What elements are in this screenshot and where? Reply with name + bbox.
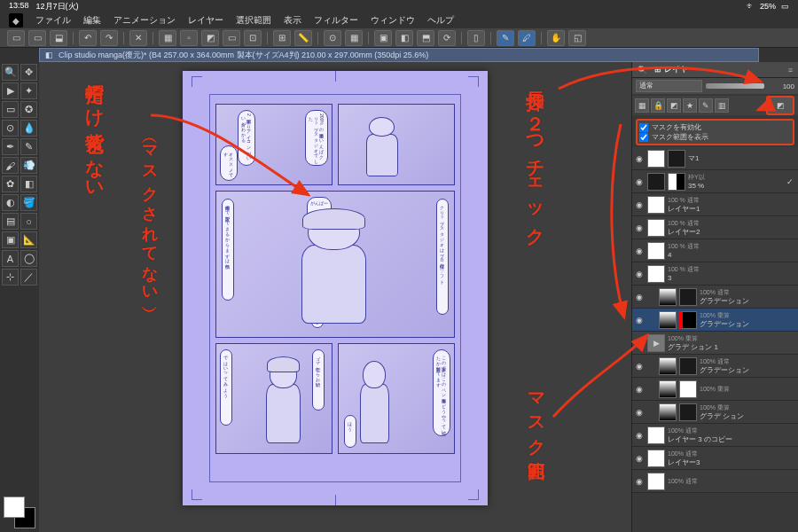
layer-name[interactable]: マ1 [688, 154, 796, 163]
tool-shape-icon[interactable]: ○ [20, 213, 37, 230]
layer-thumbnail[interactable] [659, 288, 677, 306]
visibility-icon[interactable]: ◉ [634, 407, 645, 418]
menu-animation[interactable]: アニメーション [113, 14, 176, 27]
tool-eraser-icon[interactable]: ◧ [20, 176, 37, 192]
open-file-button[interactable]: ▭ [28, 30, 46, 46]
invert-select-button[interactable]: ◩ [201, 30, 219, 46]
visibility-icon[interactable]: ◉ [634, 430, 645, 441]
visibility-icon[interactable]: ◉ [634, 361, 645, 372]
layer-thumbnail[interactable] [659, 311, 677, 329]
layer-thumbnail[interactable] [647, 426, 665, 444]
tool-text-icon[interactable]: A [2, 250, 19, 267]
layer-item[interactable]: ◉ 100% 通常 レイヤー 3 のコピー [632, 424, 798, 447]
deselect-button[interactable]: ▫ [180, 30, 198, 46]
lock-pixels-icon[interactable]: 🔒 [651, 98, 665, 113]
smartphone-button[interactable]: ▯ [467, 30, 485, 46]
visibility-icon[interactable]: ◉ [634, 223, 645, 233]
delete-button[interactable]: ✕ [129, 30, 147, 46]
zoom-fit-button[interactable]: ⊞ [273, 30, 291, 46]
new-file-button[interactable]: ▭ [7, 30, 25, 46]
tool-pencil-icon[interactable]: ✎ [20, 138, 37, 155]
layer-item[interactable]: ◉ 100 % 通常 3 [632, 262, 798, 286]
visibility-icon[interactable]: ◉ [634, 384, 645, 395]
layer-thumbnail[interactable] [647, 450, 665, 467]
layer-thumbnail[interactable] [647, 265, 665, 283]
select-all-button[interactable]: ▦ [159, 30, 176, 46]
tab-layers[interactable]: ⊞ レイヤー [654, 64, 696, 75]
tool-pen-icon[interactable]: ✒ [2, 138, 19, 155]
visibility-icon[interactable]: ◉ [634, 292, 645, 302]
layer-item[interactable]: ◉ 100 % 通常 レイヤー1 [632, 193, 798, 216]
layer-thumbnail[interactable] [647, 196, 665, 214]
flip-v-button[interactable]: ⬒ [417, 30, 434, 46]
draft-icon[interactable]: ✎ [699, 98, 713, 113]
tab-search-icon[interactable]: 🔍 [638, 66, 647, 74]
tool-operation-icon[interactable]: ▶ [2, 82, 19, 99]
layer-item[interactable]: ◉ 100% 通常 [632, 470, 798, 493]
layer-item[interactable]: ◉ マ1 [632, 147, 798, 170]
layer-item[interactable]: ◉ 100% 通常 グラデーション [632, 286, 798, 309]
menu-selection[interactable]: 選択範囲 [236, 14, 271, 27]
mask-enable-checkbox[interactable] [639, 123, 648, 132]
menu-help[interactable]: ヘルプ [427, 14, 454, 27]
layer-name[interactable]: グラデーション [700, 320, 796, 329]
tool-zoom-icon[interactable]: 🔍 [2, 64, 19, 81]
layer-item[interactable]: ◉ 100% 通常 レイヤー3 [632, 447, 798, 470]
layer-name[interactable]: グラデ ション [700, 412, 796, 421]
tool-airbrush-icon[interactable]: 💨 [20, 157, 37, 174]
layer-name[interactable]: レイヤー 3 のコピー [668, 435, 796, 444]
menu-view[interactable]: 表示 [284, 14, 301, 27]
layer-mask-thumbnail[interactable] [679, 380, 697, 398]
visibility-icon[interactable]: ◉ [634, 315, 645, 325]
layer-thumbnail[interactable] [659, 357, 677, 375]
layer-name[interactable]: 35 % [688, 182, 784, 191]
layer-name[interactable]: グラデーション [700, 366, 796, 375]
tab-menu-icon[interactable]: ≡ [788, 66, 793, 74]
reference-icon[interactable]: ★ [683, 98, 697, 113]
snap-button[interactable]: ⊙ [324, 30, 341, 46]
layer-color-icon[interactable]: ▥ [715, 98, 729, 113]
visibility-icon[interactable]: ◉ [634, 453, 645, 464]
tool-brush-icon[interactable]: 🖌 [2, 157, 19, 174]
layer-thumbnail[interactable] [659, 403, 677, 421]
sidebar-toggle-icon[interactable]: ◧ [45, 51, 53, 59]
show-border-button[interactable]: ▭ [223, 30, 240, 46]
transform-button[interactable]: ▣ [374, 30, 392, 46]
tool-balloon-icon[interactable]: ◯ [20, 250, 37, 267]
layer-list[interactable]: ◉ マ1 ◉ 枠Y以 35 % ✓◉ 100 % 通常 レイヤー1 ◉ 100 … [632, 147, 798, 532]
tool-wand-icon[interactable]: ✪ [20, 101, 37, 118]
app-logo-icon[interactable]: ◆ [9, 13, 23, 27]
tool-lasso-icon[interactable]: ⊙ [2, 120, 19, 137]
canvas-page[interactable]: 200%の漫画といえばクリップスタジオでした 2手間よりアイコンがいい方がわかる… [183, 71, 488, 505]
opacity-value[interactable]: 100 [768, 82, 794, 90]
layer-name[interactable]: 3 [668, 274, 796, 283]
layer-item[interactable]: ◉ 100% 乗算 [632, 378, 798, 401]
layer-mask-thumbnail[interactable] [668, 150, 685, 168]
tool-layermove-icon[interactable]: ✦ [20, 82, 37, 99]
layer-thumbnail[interactable] [647, 242, 665, 260]
hand-button[interactable]: ✋ [547, 30, 565, 46]
tool-deco-icon[interactable]: ✿ [2, 176, 19, 192]
fg-color-swatch[interactable] [4, 497, 25, 518]
layer-item[interactable]: ◉ 100% 通常 グラデーション [632, 355, 798, 378]
tool-line-icon[interactable]: ／ [20, 269, 37, 286]
layer-item[interactable]: ◉ 100 % 通常 レイヤー2 [632, 216, 798, 239]
tool-eyedrop-icon[interactable]: 💧 [20, 120, 37, 137]
visibility-icon[interactable]: ◉ [634, 246, 645, 256]
crop-button[interactable]: ⊡ [244, 30, 262, 46]
visibility-icon[interactable]: ◉ [634, 269, 645, 279]
tool-marquee-icon[interactable]: ▭ [2, 101, 19, 118]
grid-button[interactable]: ▦ [345, 30, 363, 46]
flip-h-button[interactable]: ◧ [395, 30, 413, 46]
layer-item[interactable]: ◉ 枠Y以 35 % ✓ [632, 170, 798, 193]
menu-edit[interactable]: 編集 [83, 14, 101, 27]
menu-filter[interactable]: フィルター [314, 14, 358, 27]
layer-mask-thumbnail[interactable] [668, 173, 685, 191]
tool-fill-icon[interactable]: 🪣 [20, 194, 37, 211]
mask-show-checkbox[interactable] [639, 133, 648, 142]
layer-thumbnail[interactable] [647, 219, 665, 237]
canvas-area[interactable]: 200%の漫画といえばクリップスタジオでした 2手間よりアイコンがいい方がわかる… [39, 62, 631, 532]
tool-move-icon[interactable]: ✥ [20, 64, 37, 81]
tool-frame-icon[interactable]: ▣ [2, 231, 19, 248]
stylus-button[interactable]: 🖊 [518, 30, 536, 46]
